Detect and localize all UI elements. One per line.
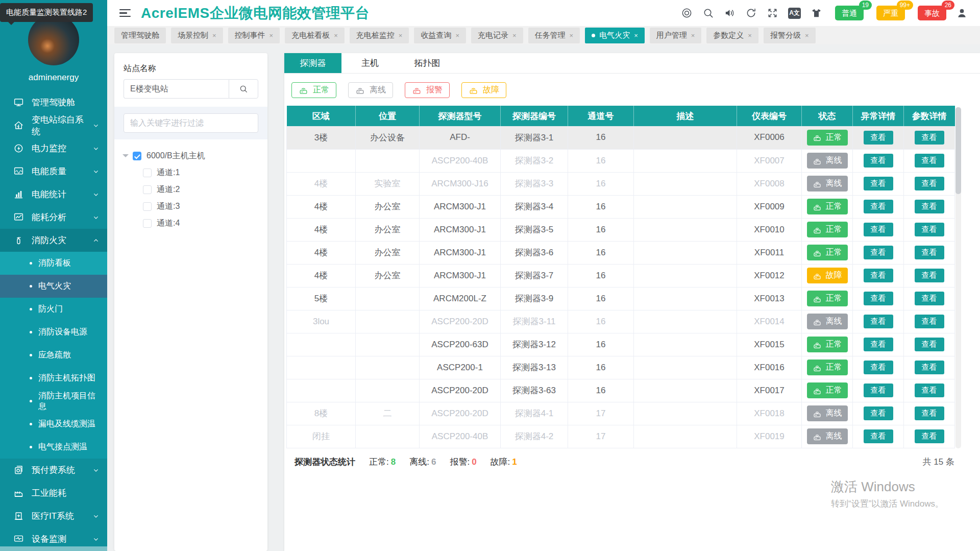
volume-icon[interactable]: [724, 7, 736, 19]
checkbox-unchecked[interactable]: [143, 219, 152, 228]
close-icon[interactable]: ×: [570, 32, 574, 39]
tree-node-channel-3[interactable]: 通道:3: [119, 198, 262, 215]
user-icon[interactable]: [956, 7, 968, 19]
param-detail-view-button[interactable]: 查看: [915, 246, 944, 259]
checkbox-unchecked[interactable]: [143, 202, 152, 211]
sidebar-item-power-quality[interactable]: 电能质量: [0, 160, 107, 183]
sidebar-item-fire-equipment-power[interactable]: 消防设备电源: [0, 321, 107, 344]
abnormal-detail-view-button[interactable]: 查看: [864, 177, 893, 190]
main-tab-host[interactable]: 主机: [341, 53, 399, 73]
sidebar-item-fire-safety[interactable]: 消防火灾: [0, 229, 107, 252]
sidebar-item-electrical-fire[interactable]: 电气火灾: [0, 275, 107, 298]
filter-button-offline[interactable]: 离线: [348, 82, 393, 98]
tree-node-channel-1[interactable]: 通道:1: [119, 164, 262, 181]
tree-node-root[interactable]: 6000/B主机主机: [119, 148, 262, 164]
abnormal-detail-view-button[interactable]: 查看: [864, 338, 893, 351]
close-icon[interactable]: ×: [512, 32, 517, 39]
theme-icon[interactable]: [811, 7, 822, 19]
param-detail-view-button[interactable]: 查看: [915, 223, 944, 236]
checkbox-unchecked[interactable]: [143, 185, 152, 194]
abnormal-detail-view-button[interactable]: 查看: [864, 246, 893, 259]
filter-button-fault[interactable]: 故障: [461, 82, 506, 98]
param-detail-view-button[interactable]: 查看: [915, 338, 944, 351]
fullscreen-icon[interactable]: [767, 7, 778, 19]
sidebar-item-dashboard[interactable]: 管理驾驶舱: [0, 91, 107, 114]
tab-charger-monitor[interactable]: 充电桩监控×: [350, 28, 409, 43]
abnormal-detail-view-button[interactable]: 查看: [864, 269, 893, 282]
abnormal-detail-view-button[interactable]: 查看: [864, 406, 893, 420]
close-icon[interactable]: ×: [334, 32, 338, 39]
target-icon[interactable]: [681, 7, 693, 19]
tree-node-channel-4[interactable]: 通道:4: [119, 215, 262, 232]
sidebar-item-fire-host-topology[interactable]: 消防主机拓扑图: [0, 367, 107, 390]
main-tab-detector[interactable]: 探测器: [284, 53, 341, 73]
sidebar-item-industrial-energy[interactable]: 工业能耗: [0, 482, 107, 505]
abnormal-detail-view-button[interactable]: 查看: [864, 223, 893, 236]
param-detail-view-button[interactable]: 查看: [915, 154, 944, 167]
param-detail-view-button[interactable]: 查看: [915, 315, 944, 328]
sidebar-item-energy-analysis[interactable]: 能耗分析: [0, 206, 107, 229]
param-detail-view-button[interactable]: 查看: [915, 269, 944, 282]
abnormal-detail-view-button[interactable]: 查看: [864, 131, 893, 145]
refresh-icon[interactable]: [745, 7, 757, 19]
site-search-button[interactable]: [229, 79, 258, 99]
tab-charger-board[interactable]: 充电桩看板×: [285, 28, 345, 43]
param-detail-view-button[interactable]: 查看: [915, 177, 944, 190]
normal-alerts-pill[interactable]: 普通19: [835, 6, 864, 20]
param-detail-view-button[interactable]: 查看: [915, 200, 944, 213]
close-icon[interactable]: ×: [805, 32, 809, 39]
sidebar-scrollbar[interactable]: [0, 546, 107, 551]
close-icon[interactable]: ×: [270, 32, 274, 39]
menu-collapse-icon[interactable]: [119, 9, 131, 17]
sidebar-item-substation-system[interactable]: 变电站综自系统: [0, 114, 107, 137]
sidebar-item-fire-host-project-info[interactable]: 消防主机项目信息: [0, 390, 107, 413]
accident-alerts-pill[interactable]: 事故26: [918, 6, 946, 20]
sidebar-item-power-stats[interactable]: 电能统计: [0, 183, 107, 206]
translate-icon[interactable]: A文: [788, 8, 801, 19]
tab-user-manage[interactable]: 用户管理×: [650, 28, 702, 43]
sidebar-item-medical-it[interactable]: 医疗IT系统: [0, 505, 107, 528]
sidebar-item-prepaid-system[interactable]: 预付费系统: [0, 459, 107, 482]
param-detail-view-button[interactable]: 查看: [915, 384, 944, 397]
tab-control-events[interactable]: 控制事件×: [228, 28, 280, 43]
tab-charge-records[interactable]: 充电记录×: [471, 28, 523, 43]
abnormal-detail-view-button[interactable]: 查看: [864, 200, 893, 213]
filter-button-normal[interactable]: 正常: [291, 82, 336, 98]
tab-revenue-query[interactable]: 收益查询×: [414, 28, 466, 43]
filter-button-alarm[interactable]: 报警: [405, 82, 450, 98]
abnormal-detail-view-button[interactable]: 查看: [864, 315, 893, 328]
caret-icon[interactable]: [122, 154, 129, 160]
close-icon[interactable]: ×: [748, 32, 752, 39]
param-detail-view-button[interactable]: 查看: [915, 131, 944, 145]
tab-electrical-fire[interactable]: 电气火灾×: [585, 28, 645, 43]
sidebar-item-fire-board[interactable]: 消防看板: [0, 252, 107, 275]
abnormal-detail-view-button[interactable]: 查看: [864, 384, 893, 397]
main-tab-topology[interactable]: 拓扑图: [399, 53, 456, 73]
sidebar-item-emergency-evacuation[interactable]: 应急疏散: [0, 344, 107, 367]
abnormal-detail-view-button[interactable]: 查看: [864, 429, 893, 443]
tab-alarm-grading[interactable]: 报警分级×: [764, 28, 816, 43]
checkbox-unchecked[interactable]: [143, 169, 152, 177]
param-detail-view-button[interactable]: 查看: [915, 429, 944, 443]
param-detail-view-button[interactable]: 查看: [915, 361, 944, 374]
close-icon[interactable]: ×: [634, 32, 638, 39]
search-icon[interactable]: [702, 7, 714, 19]
close-icon[interactable]: ×: [399, 32, 403, 39]
tab-cockpit[interactable]: 管理驾驶舱: [114, 28, 166, 43]
site-search-input[interactable]: [124, 79, 229, 99]
severe-alerts-pill[interactable]: 严重99+: [876, 6, 905, 20]
tab-task-manage[interactable]: 任务管理×: [528, 28, 580, 43]
close-icon[interactable]: ×: [691, 32, 695, 39]
tree-node-channel-2[interactable]: 通道:2: [119, 181, 262, 198]
param-detail-view-button[interactable]: 查看: [915, 406, 944, 420]
table-scrollbar[interactable]: [955, 107, 961, 448]
sidebar-item-power-monitor[interactable]: 电力监控: [0, 137, 107, 160]
abnormal-detail-view-button[interactable]: 查看: [864, 361, 893, 374]
close-icon[interactable]: ×: [212, 32, 216, 39]
tab-param-define[interactable]: 参数定义×: [706, 28, 758, 43]
tree-filter-input[interactable]: [124, 113, 258, 133]
tab-scene-control[interactable]: 场景控制×: [171, 28, 223, 43]
sidebar-item-leakage-cable-temp[interactable]: 漏电及线缆测温: [0, 413, 107, 436]
checkbox-checked[interactable]: [133, 152, 141, 160]
abnormal-detail-view-button[interactable]: 查看: [864, 292, 893, 305]
